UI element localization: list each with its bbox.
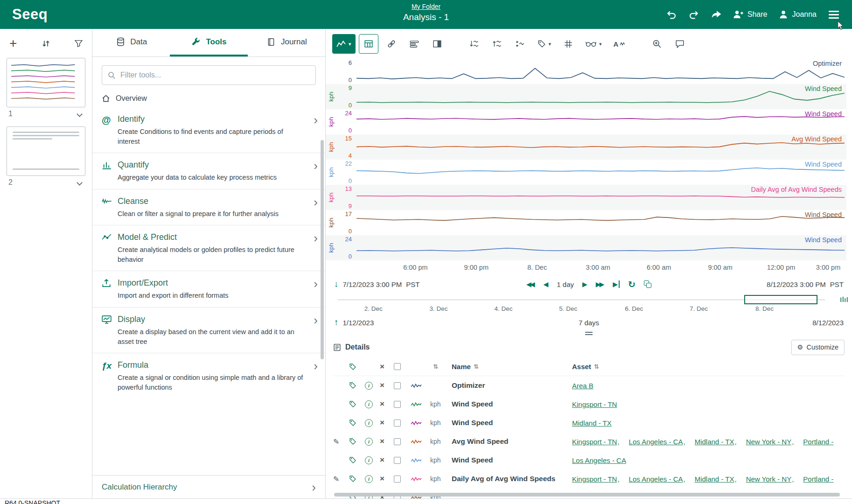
tools-scrollbar[interactable] bbox=[321, 140, 324, 359]
lane-sort-single-button[interactable] bbox=[510, 34, 530, 54]
row-checkbox[interactable] bbox=[394, 401, 401, 408]
lane-signal-label[interactable]: Daily Avg of Avg Wind Speeds bbox=[751, 186, 842, 193]
lane-signal-label[interactable]: Avg Wind Speed bbox=[791, 135, 842, 143]
chevron-down-icon[interactable] bbox=[77, 180, 83, 186]
remove-icon[interactable]: × bbox=[380, 455, 394, 465]
table-row[interactable]: ✎ i × kph Daily Avg of Avg Wind Speeds K… bbox=[333, 469, 845, 488]
edit-icon[interactable]: ✎ bbox=[333, 475, 349, 483]
asset-link[interactable]: Los Angeles - CA bbox=[629, 475, 683, 483]
info-icon[interactable]: i bbox=[365, 419, 373, 427]
table-row[interactable]: ✎ i × kph Wind Speed Kingsport - TN bbox=[333, 395, 845, 413]
asset-column-header[interactable]: Asset⇅ bbox=[572, 363, 845, 371]
tag-column-icon[interactable] bbox=[349, 363, 365, 371]
calculation-hierarchy-link[interactable]: Calculation Hierarchy › bbox=[92, 475, 325, 498]
remove-all-icon[interactable]: × bbox=[380, 362, 394, 371]
gridlines-button[interactable] bbox=[559, 34, 578, 54]
step-to-end-icon[interactable]: ▶ bbox=[613, 280, 620, 288]
labels-button[interactable]: ▾ bbox=[533, 34, 556, 54]
row-checkbox[interactable] bbox=[394, 420, 401, 427]
name-column-header[interactable]: Name⇅ bbox=[452, 363, 572, 371]
lane-plot[interactable]: Daily Avg of Avg Wind Speeds bbox=[356, 185, 846, 210]
add-worksheet-icon[interactable]: + bbox=[9, 37, 17, 50]
row-checkbox[interactable] bbox=[394, 438, 401, 445]
remove-icon[interactable]: × bbox=[380, 437, 394, 446]
lane-signal-label[interactable]: Wind Speed bbox=[805, 85, 842, 92]
lane-y-axis[interactable]: kph 15 4 bbox=[326, 134, 356, 160]
bars-button[interactable] bbox=[405, 34, 424, 54]
tag-icon[interactable] bbox=[349, 400, 365, 408]
lane-y-axis[interactable]: kph 9 0 bbox=[326, 84, 356, 109]
lane-y-axis[interactable]: kph 24 0 bbox=[326, 235, 356, 260]
asset-link[interactable]: New York - NY bbox=[746, 475, 792, 483]
row-checkbox[interactable] bbox=[394, 457, 401, 464]
lane-signal-label[interactable]: Wind Speed bbox=[805, 236, 842, 244]
redo-icon[interactable] bbox=[688, 10, 699, 19]
asset-link[interactable]: Kingsport - TN bbox=[572, 475, 617, 483]
comment-button[interactable] bbox=[670, 34, 690, 54]
remove-icon[interactable]: × bbox=[380, 474, 394, 483]
lane-signal-label[interactable]: Wind Speed bbox=[805, 110, 842, 118]
row-checkbox[interactable] bbox=[394, 382, 401, 389]
tag-icon[interactable] bbox=[349, 419, 365, 427]
sort-icon[interactable]: ⇅ bbox=[594, 363, 599, 370]
panel-resize-handle[interactable] bbox=[326, 329, 852, 337]
range-end[interactable]: 8/12/2023 3:00 PM bbox=[767, 280, 826, 288]
share-button[interactable]: Share bbox=[733, 10, 768, 19]
filter-worksheets-icon[interactable] bbox=[75, 40, 83, 47]
undo-icon[interactable] bbox=[666, 10, 677, 19]
table-row[interactable]: ✎ i × kph Wind Speed Los Angeles - CA bbox=[333, 451, 845, 469]
asset-link[interactable]: Midland - TX bbox=[572, 419, 612, 427]
auto-update-icon[interactable] bbox=[840, 296, 848, 303]
link-button[interactable] bbox=[382, 34, 401, 54]
lane-y-axis[interactable]: kph 13 9 bbox=[326, 185, 356, 210]
table-row[interactable]: ✎ i × kph Avg Wind Speed Kingsport - TN,… bbox=[333, 432, 845, 451]
row-checkbox[interactable] bbox=[394, 476, 401, 483]
table-view-button[interactable] bbox=[359, 34, 378, 54]
info-icon[interactable]: i bbox=[365, 456, 373, 464]
investigate-start-arrow-icon[interactable]: ↑ bbox=[334, 317, 339, 328]
step-back-icon[interactable]: ◀ bbox=[544, 280, 549, 288]
filter-tools-input[interactable] bbox=[120, 71, 310, 79]
compare-view-button[interactable] bbox=[427, 34, 447, 54]
lane-sort-down-button[interactable] bbox=[465, 34, 484, 54]
lane-y-axis[interactable]: kph 17 0 bbox=[326, 210, 356, 235]
asset-link[interactable]: New York - NY bbox=[746, 438, 792, 446]
investigate-end[interactable]: 8/12/2023 bbox=[812, 319, 844, 327]
tool-item-cleanse[interactable]: Cleanse Clean or filter a signal to prep… bbox=[92, 189, 325, 225]
lane-plot[interactable]: Wind Speed bbox=[356, 235, 846, 260]
fast-rewind-icon[interactable]: ◀◀ bbox=[526, 280, 535, 288]
tag-icon[interactable] bbox=[349, 438, 365, 445]
customize-button[interactable]: ⚙ Customize bbox=[791, 340, 845, 355]
asset-link[interactable]: Portland - bbox=[803, 475, 833, 483]
overview-track[interactable] bbox=[338, 294, 825, 305]
table-row[interactable]: ✎ i × Optimizer Area B bbox=[333, 376, 845, 395]
asset-link[interactable]: Area B bbox=[572, 382, 594, 390]
lane-plot[interactable]: Wind Speed bbox=[356, 160, 846, 185]
page-title[interactable]: Analysis - 1 bbox=[403, 12, 449, 22]
lane-y-axis[interactable]: kph 22 0 bbox=[326, 160, 356, 185]
tool-item-identify[interactable]: @ Identify Create Conditions to find eve… bbox=[92, 107, 325, 153]
breadcrumb[interactable]: My Folder bbox=[412, 3, 440, 10]
range-start-arrow-icon[interactable]: ↓ bbox=[334, 279, 339, 289]
range-start[interactable]: 7/12/2023 3:00 PM bbox=[343, 280, 402, 288]
annotate-button[interactable]: A bbox=[609, 34, 630, 54]
tool-item-quantify[interactable]: Quantify Aggregate your data to calculat… bbox=[92, 153, 325, 189]
lane-y-axis[interactable]: kph 24 0 bbox=[326, 109, 356, 134]
tab-journal[interactable]: Journal bbox=[248, 29, 325, 56]
select-all-checkbox[interactable] bbox=[394, 363, 401, 370]
tool-item-formula[interactable]: ƒx Formula Create a signal or condition … bbox=[92, 353, 325, 399]
remove-icon[interactable]: × bbox=[380, 399, 394, 409]
tool-item-display[interactable]: Display Create a display based on the cu… bbox=[92, 307, 325, 353]
lane-plot[interactable]: Wind Speed bbox=[356, 109, 846, 134]
lane-plot[interactable]: Optimizer bbox=[356, 59, 846, 84]
fast-forward-icon[interactable]: ▶▶ bbox=[596, 280, 605, 288]
x-axis[interactable]: 6:00 pm9:00 pm8. Dec3:00 am6:00 am9:00 a… bbox=[356, 260, 846, 274]
hamburger-menu-icon[interactable] bbox=[828, 10, 840, 20]
lane-plot[interactable]: Avg Wind Speed bbox=[356, 134, 846, 160]
worksheet-thumbnail-1[interactable] bbox=[7, 58, 85, 107]
lane-signal-label[interactable]: Wind Speed bbox=[805, 161, 842, 168]
remove-icon[interactable]: × bbox=[380, 418, 394, 427]
lane-signal-label[interactable]: Optimizer bbox=[813, 60, 842, 67]
edit-icon[interactable]: ✎ bbox=[333, 437, 349, 446]
asset-link[interactable]: Midland - TX bbox=[695, 438, 734, 446]
